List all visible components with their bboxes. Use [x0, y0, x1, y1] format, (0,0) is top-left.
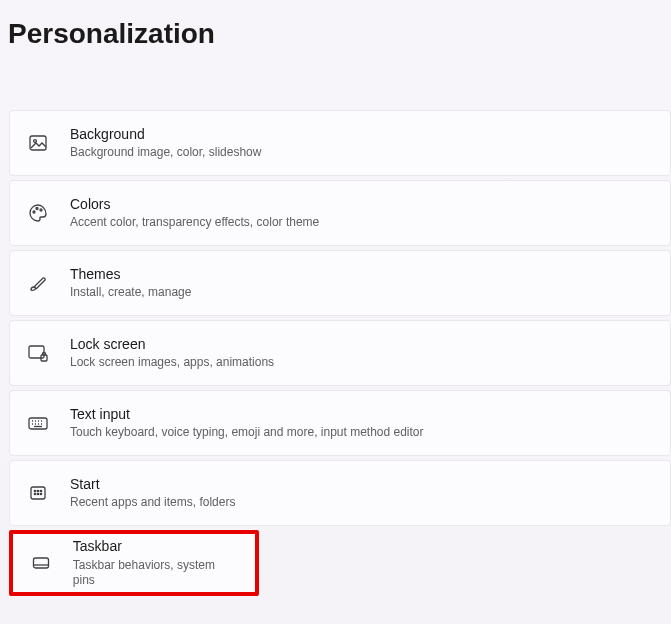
nav-item-taskbar[interactable]: Taskbar Taskbar behaviors, system pins — [13, 534, 255, 592]
start-icon — [26, 481, 50, 505]
taskbar-icon — [29, 551, 53, 575]
item-desc: Taskbar behaviors, system pins — [73, 558, 239, 588]
svg-point-19 — [37, 490, 38, 491]
item-title: Lock screen — [70, 336, 274, 354]
item-desc: Accent color, transparency effects, colo… — [70, 215, 319, 230]
brush-icon — [26, 271, 50, 295]
item-title: Text input — [70, 406, 424, 424]
svg-point-18 — [34, 490, 35, 491]
item-desc: Background image, color, slideshow — [70, 145, 261, 160]
palette-icon — [26, 201, 50, 225]
svg-point-1 — [34, 140, 37, 143]
svg-point-2 — [33, 211, 35, 213]
svg-rect-5 — [29, 346, 44, 358]
settings-list: Background Background image, color, slid… — [0, 110, 671, 596]
svg-point-22 — [37, 493, 38, 494]
nav-item-themes[interactable]: Themes Install, create, manage — [9, 250, 671, 316]
item-title: Colors — [70, 196, 319, 214]
item-desc: Install, create, manage — [70, 285, 191, 300]
nav-item-background[interactable]: Background Background image, color, slid… — [9, 110, 671, 176]
svg-point-23 — [40, 493, 41, 494]
svg-point-3 — [36, 208, 38, 210]
svg-rect-0 — [30, 136, 46, 150]
item-desc: Lock screen images, apps, animations — [70, 355, 274, 370]
lockscreen-icon — [26, 341, 50, 365]
page-title: Personalization — [0, 0, 671, 50]
keyboard-icon — [26, 411, 50, 435]
item-title: Start — [70, 476, 235, 494]
nav-item-text-input[interactable]: Text input Touch keyboard, voice typing,… — [9, 390, 671, 456]
svg-point-20 — [40, 490, 41, 491]
item-title: Taskbar — [73, 538, 239, 556]
item-desc: Touch keyboard, voice typing, emoji and … — [70, 425, 424, 440]
svg-point-4 — [40, 209, 42, 211]
svg-point-21 — [34, 493, 35, 494]
picture-icon — [26, 131, 50, 155]
nav-item-lock-screen[interactable]: Lock screen Lock screen images, apps, an… — [9, 320, 671, 386]
item-title: Themes — [70, 266, 191, 284]
highlight-annotation: Taskbar Taskbar behaviors, system pins — [9, 530, 259, 596]
item-desc: Recent apps and items, folders — [70, 495, 235, 510]
nav-item-colors[interactable]: Colors Accent color, transparency effect… — [9, 180, 671, 246]
item-title: Background — [70, 126, 261, 144]
nav-item-start[interactable]: Start Recent apps and items, folders — [9, 460, 671, 526]
svg-rect-24 — [33, 558, 48, 568]
